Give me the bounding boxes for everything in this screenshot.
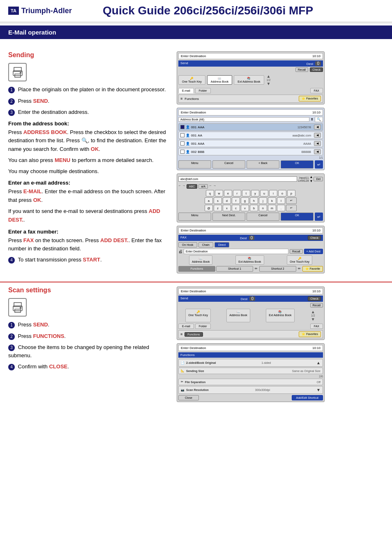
screen6-item-4[interactable]: 📷 Scan Resolution 300x300dpi ▼ xyxy=(178,386,323,394)
screen4-direct-btn[interactable]: Direct xyxy=(214,242,229,247)
screen3-cancel-btn[interactable]: Cancel xyxy=(247,213,279,221)
screen4-add-dest-btn[interactable]: + Add Dest xyxy=(304,249,323,254)
key-n[interactable]: n xyxy=(259,205,267,211)
key-c[interactable]: c xyxy=(232,205,240,211)
screen1-functions-label[interactable]: Functions xyxy=(184,97,199,101)
screen2-entry-4[interactable]: 👤 002 BBB BBBBB ◀ xyxy=(178,148,323,155)
key-b[interactable]: b xyxy=(250,205,258,211)
key-x[interactable]: x xyxy=(223,205,231,211)
screen2-check-1[interactable] xyxy=(180,125,184,129)
screen4-one-touch[interactable]: 🔑 One Touch Key xyxy=(287,255,312,265)
screen5-sendbar: Send Dest 0 Check xyxy=(178,296,323,302)
screen4-onhook-btn[interactable]: On Hook xyxy=(178,242,197,247)
key-enter[interactable]: ↵ xyxy=(286,197,297,204)
screen5-address-book[interactable]: 📖 Address Book xyxy=(226,309,250,322)
screen5-favorites-btn[interactable]: ⭐ Favorites xyxy=(299,331,321,337)
screen1-fax-tab[interactable]: FAX xyxy=(310,88,323,93)
screen2-check-4[interactable] xyxy=(180,150,184,154)
screen3-menu-btn[interactable]: Menu xyxy=(178,213,211,221)
key-t[interactable]: t xyxy=(242,190,250,197)
screen3-abc-btn[interactable]: ABC xyxy=(187,184,197,189)
screen2-ok-btn[interactable]: OK xyxy=(281,160,314,169)
screen2-back-btn[interactable]: < Back xyxy=(247,160,279,169)
screen5-one-touch[interactable]: 🔑 One Touch Key xyxy=(185,309,211,322)
logo-ta: TA xyxy=(8,7,19,15)
screen2-enter-icon[interactable]: ↵ xyxy=(315,160,323,169)
screen3-next-dest-btn[interactable]: Next Dest. xyxy=(212,213,245,221)
screen6-item-3[interactable]: ✂ File Separation Off xyxy=(178,379,323,385)
screen1-page-nav[interactable]: ▲ 1/2 ▼ xyxy=(266,73,272,87)
screen2-check-2[interactable] xyxy=(180,133,184,137)
screen5-folder-tab[interactable]: Folder xyxy=(195,324,211,329)
screen5-page-nav[interactable]: ▲ 1/2 ▼ xyxy=(310,309,316,322)
screen2-cancel-btn[interactable]: Cancel xyxy=(212,160,245,169)
screen3-enter-icon[interactable]: ↵ xyxy=(315,213,323,221)
key-a[interactable]: a xyxy=(205,197,213,204)
screen6-add-btn[interactable]: Add/Edit Shortcut xyxy=(292,395,323,400)
key-k[interactable]: k xyxy=(268,197,276,204)
key-i[interactable]: i xyxy=(269,190,277,197)
screen4-functions-tab[interactable]: Functions xyxy=(178,266,215,272)
key-r[interactable]: r xyxy=(233,190,241,197)
screen4-shortcut1-tab[interactable]: Shortcut 1 xyxy=(216,266,253,272)
key-w[interactable]: w xyxy=(215,190,223,197)
screen4-shortcut2-tab[interactable]: Shortcut 2 xyxy=(259,266,296,272)
screen1-email-tab[interactable]: E-mail xyxy=(178,88,194,93)
screen2-check-3[interactable] xyxy=(180,141,184,146)
screen2-entry-3[interactable]: 👤 001 AAA AAAA ◀ xyxy=(178,140,323,147)
key-j[interactable]: j xyxy=(259,197,267,204)
screen1-recall-btn[interactable]: Recall xyxy=(295,67,308,72)
screen4-address-book[interactable]: 📖 Address Book xyxy=(189,255,213,265)
key-p[interactable]: p xyxy=(287,190,295,197)
screen1-favorites-btn[interactable]: ⭐ Favorites xyxy=(299,96,321,102)
key-enter2[interactable]: ↵ xyxy=(286,205,297,211)
screen5-email-tab[interactable]: E-mail xyxy=(178,324,194,329)
screen1-ext-address[interactable]: 📚 Ext Address Book xyxy=(234,75,264,85)
key-g[interactable]: g xyxy=(241,197,249,204)
screen3-aa-btn[interactable]: a/A xyxy=(198,184,208,189)
screen5-fax-tab[interactable]: FAX xyxy=(310,324,323,329)
key-y[interactable]: y xyxy=(251,190,259,197)
screen5-dest: Dest 0 xyxy=(241,296,255,301)
screen3-input[interactable]: abc@def.com xyxy=(178,176,297,182)
screen4-favorites-btn[interactable]: ⭐ Favorite xyxy=(302,266,323,272)
key-z[interactable]: z xyxy=(214,205,222,211)
key-s[interactable]: s xyxy=(214,197,222,204)
screen5-ext-address[interactable]: 📚 Ext Address Book xyxy=(266,309,294,322)
screen2-menu-btn[interactable]: Menu xyxy=(178,160,211,169)
key-o[interactable]: o xyxy=(278,190,286,197)
screen4-ext-address[interactable]: 📚 Ext Address Book xyxy=(235,255,264,265)
screen4-check-btn[interactable]: Check xyxy=(308,236,321,240)
screen-address-book: Enter Destination 10:10 Address Book (Al… xyxy=(177,108,325,170)
screen4-recall-btn[interactable]: Recall xyxy=(290,249,302,254)
screen4-chain-btn[interactable]: Chain xyxy=(198,242,213,247)
screen3-ok-btn[interactable]: OK xyxy=(281,213,314,221)
key-m[interactable]: m xyxy=(268,205,276,211)
key-at[interactable]: @ xyxy=(205,205,213,211)
key-f[interactable]: f xyxy=(232,197,240,204)
screen2-entry-1[interactable]: 👤 001 AAA 1234567/8 ◀ xyxy=(178,123,323,131)
key-v[interactable]: v xyxy=(241,205,249,211)
screen5-recall-btn[interactable]: Recall xyxy=(310,303,323,308)
key-h[interactable]: h xyxy=(250,197,258,204)
screen1-folder-tab[interactable]: Folder xyxy=(195,88,211,93)
key-d[interactable]: d xyxy=(223,197,231,204)
key-e[interactable]: e xyxy=(224,190,232,197)
screen3-del-btn[interactable]: Del xyxy=(314,177,323,181)
key-dot[interactable]: . xyxy=(277,205,285,211)
screen5-functions-btn[interactable]: Functions xyxy=(184,332,203,337)
key-l[interactable]: l xyxy=(277,197,285,204)
screen6-arrow-4: ▼ xyxy=(316,388,321,392)
screen2-entry-2[interactable]: 👤 001 AA aaa@abc.com ◀ xyxy=(178,132,323,139)
screen5-tabs: E-mail Folder FAX xyxy=(178,324,323,329)
screen5-check-btn[interactable]: Check xyxy=(308,296,321,301)
screen6-close-btn[interactable]: Close xyxy=(178,395,199,400)
screen1-one-touch[interactable]: 🔑 One Touch Key xyxy=(178,75,205,85)
screen4-dest-input[interactable]: Enter Destination xyxy=(184,249,288,254)
screen1-check-btn[interactable]: Check xyxy=(310,67,323,72)
screen6-item-2[interactable]: 📐 Sending Size Same as Original Size xyxy=(178,368,323,374)
key-q[interactable]: q xyxy=(206,190,214,197)
key-u[interactable]: u xyxy=(260,190,268,197)
screen1-address-book[interactable]: 📖 Address Book xyxy=(207,75,233,85)
screen6-item-1[interactable]: 📄 2-sided/Book Original 1-sided ▲ xyxy=(178,359,323,367)
